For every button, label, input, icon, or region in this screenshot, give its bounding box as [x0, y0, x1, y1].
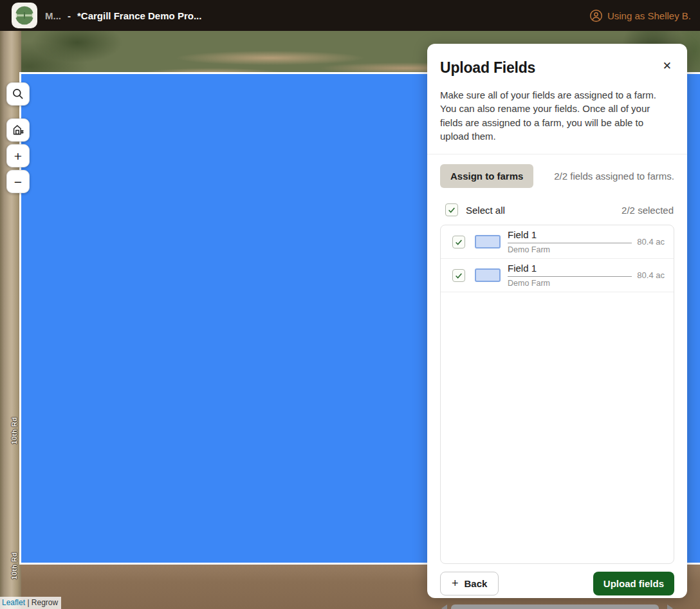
- back-button[interactable]: + Back: [440, 572, 499, 595]
- plus-icon: +: [14, 149, 22, 163]
- tree-globe-logo-icon: [14, 5, 35, 26]
- zoom-in-button[interactable]: +: [6, 144, 30, 167]
- app-logo[interactable]: [12, 3, 37, 28]
- field-farm-label: Demo Farm: [508, 245, 632, 254]
- field-shape-thumbnail: [475, 235, 501, 248]
- select-all-checkbox[interactable]: [445, 203, 458, 216]
- assign-row: Assign to farms 2/2 fields assigned to f…: [440, 164, 674, 188]
- app-name-truncated[interactable]: M...: [45, 10, 61, 21]
- field-shape-thumbnail: [475, 268, 501, 282]
- attribution-separator: |: [27, 598, 29, 607]
- field-name-block: Demo Farm: [508, 229, 632, 254]
- field-name-block: Demo Farm: [508, 263, 632, 288]
- search-icon: [12, 88, 24, 100]
- road-label: 10th Rd: [10, 414, 18, 447]
- select-all-label: Select all: [466, 205, 505, 216]
- top-header-bar: M... - *Cargill France Demo Pro... Using…: [0, 0, 700, 31]
- checkmark-icon: [454, 271, 463, 280]
- map-attribution: Leaflet | Regrow: [0, 597, 61, 609]
- field-list: Demo Farm 80.4 ac Demo Farm 80.4 ac: [440, 225, 674, 564]
- field-row: Demo Farm 80.4 ac: [441, 225, 674, 259]
- minus-icon: −: [14, 175, 22, 189]
- upload-fields-button[interactable]: Upload fields: [593, 572, 674, 595]
- field-checkbox[interactable]: [452, 236, 465, 248]
- close-button[interactable]: ✕: [660, 59, 674, 73]
- field-area-label: 80.4 ac: [637, 270, 665, 280]
- panel-header: Upload Fields ✕: [440, 59, 674, 77]
- panel-footer: + Back Upload fields: [440, 572, 674, 595]
- scroll-left-arrow-icon[interactable]: [441, 604, 447, 609]
- field-name-input[interactable]: [508, 229, 632, 243]
- leaflet-link[interactable]: Leaflet: [2, 598, 25, 607]
- road-strip: [0, 31, 21, 609]
- panel-title: Upload Fields: [440, 59, 535, 77]
- user-menu-label: Using as Shelley B.: [607, 10, 691, 21]
- map-farm-button[interactable]: [6, 118, 30, 142]
- select-all-row: Select all 2/2 selected: [440, 203, 674, 216]
- attribution-provider: Regrow: [32, 598, 58, 607]
- close-icon: ✕: [663, 60, 672, 72]
- field-checkbox[interactable]: [452, 269, 465, 282]
- user-menu[interactable]: Using as Shelley B.: [589, 9, 691, 23]
- field-row: Demo Farm 80.4 ac: [441, 259, 674, 292]
- scrollbar-thumb[interactable]: [451, 604, 659, 609]
- checkmark-icon: [454, 238, 463, 247]
- field-name-input[interactable]: [508, 263, 632, 277]
- field-farm-label: Demo Farm: [508, 279, 632, 288]
- project-title[interactable]: *Cargill France Demo Pro...: [77, 10, 201, 21]
- panel-description: Make sure all of your fields are assigne…: [440, 88, 674, 143]
- upload-fields-panel: Upload Fields ✕ Make sure all of your fi…: [427, 44, 687, 598]
- plus-icon: +: [452, 577, 459, 589]
- selected-status-text: 2/2 selected: [622, 205, 674, 216]
- header-separator: -: [68, 10, 71, 21]
- checkmark-icon: [447, 205, 456, 214]
- field-area-label: 80.4 ac: [637, 237, 665, 247]
- assigned-status-text: 2/2 fields assigned to farms.: [554, 171, 674, 182]
- map-search-button[interactable]: [6, 82, 30, 106]
- user-circle-icon: [589, 9, 603, 23]
- panel-divider: [427, 154, 687, 155]
- scroll-right-arrow-icon[interactable]: [667, 604, 673, 609]
- assign-to-farms-button[interactable]: Assign to farms: [440, 164, 533, 188]
- scrollbar-track[interactable]: [451, 604, 663, 609]
- back-button-label: Back: [465, 578, 488, 589]
- barn-icon: [11, 123, 25, 137]
- zoom-out-button[interactable]: −: [6, 170, 30, 193]
- road-label: 10th Rd: [10, 549, 18, 583]
- horizontal-scrollbar: [441, 604, 673, 609]
